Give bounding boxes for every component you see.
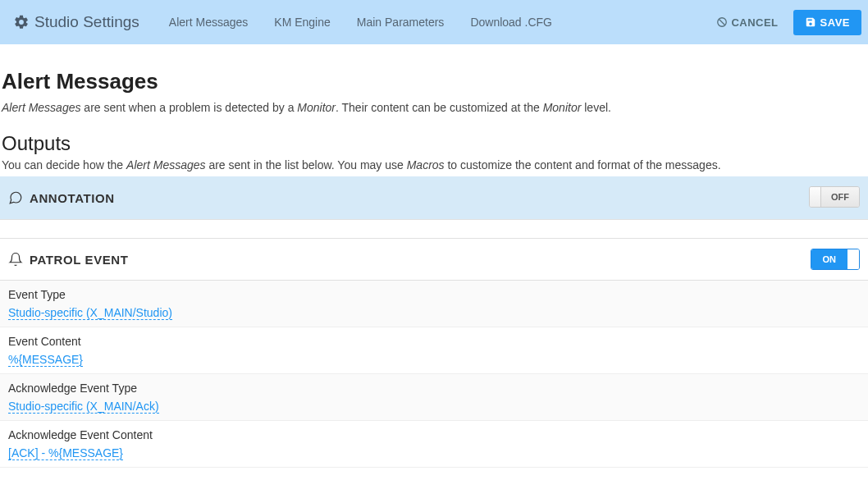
desc-em-1: Alert Messages: [2, 101, 80, 114]
toggle-label-on: ON: [811, 249, 848, 269]
section-patrol: PATROL EVENT ON: [0, 238, 868, 281]
gear-icon: [13, 14, 30, 30]
section-annotation: ANNOTATION OFF: [0, 176, 868, 220]
save-icon: [805, 16, 816, 28]
field-value-link[interactable]: %{MESSAGE}: [8, 353, 83, 367]
content-area: Alert Messages Alert Messages are sent w…: [0, 44, 868, 468]
nav-km-engine[interactable]: KM Engine: [261, 9, 343, 35]
field-label: Acknowledge Event Content: [8, 428, 860, 441]
bell-icon: [8, 252, 23, 267]
field-value-link[interactable]: [ACK] - %{MESSAGE}: [8, 446, 123, 460]
field-label: Event Type: [8, 288, 860, 301]
header-bar: Studio Settings Alert Messages KM Engine…: [0, 0, 868, 44]
cancel-icon: [716, 16, 728, 28]
field-label: Event Content: [8, 335, 860, 348]
page-header-title: Studio Settings: [13, 13, 139, 31]
outputs-desc-pre: You can decide how the: [2, 158, 126, 171]
save-label: SAVE: [820, 16, 850, 29]
toggle-handle: [847, 249, 859, 269]
field-value-link[interactable]: Studio-specific (X_MAIN/Ack): [8, 400, 159, 414]
outputs-desc-em2: Macros: [407, 158, 445, 171]
save-button[interactable]: SAVE: [793, 10, 861, 35]
toggle-label-off: OFF: [821, 187, 859, 207]
nav-download-cfg[interactable]: Download .CFG: [457, 9, 565, 35]
desc-text-3: level.: [581, 101, 611, 114]
header-actions: CANCEL SAVE: [710, 10, 861, 35]
field-label: Acknowledge Event Type: [8, 382, 860, 395]
section-annotation-title: ANNOTATION: [30, 191, 115, 205]
svg-line-1: [720, 20, 725, 25]
toggle-handle: [810, 187, 821, 207]
desc-text-1: are sent when a problem is detected by a: [80, 101, 297, 114]
outputs-desc-mid: are sent in the list below. You may use: [206, 158, 407, 171]
field-ack-event-type: Acknowledge Event Type Studio-specific (…: [0, 374, 868, 421]
header-title-text: Studio Settings: [34, 13, 139, 31]
field-event-type: Event Type Studio-specific (X_MAIN/Studi…: [0, 281, 868, 327]
cancel-label: CANCEL: [731, 16, 778, 29]
outputs-title: Outputs: [0, 132, 868, 155]
desc-em-2: Monitor: [297, 101, 336, 114]
outputs-desc-em1: Alert Messages: [126, 158, 205, 171]
field-event-content: Event Content %{MESSAGE}: [0, 327, 868, 374]
page-title: Alert Messages: [0, 69, 868, 94]
annotation-toggle[interactable]: OFF: [809, 186, 860, 209]
desc-text-2: . Their content can be customized at the: [336, 101, 543, 114]
patrol-toggle[interactable]: ON: [811, 249, 861, 270]
outputs-description: You can decide how the Alert Messages ar…: [0, 158, 868, 171]
header-nav: Alert Messages KM Engine Main Parameters…: [156, 9, 565, 35]
outputs-desc-tail: to customize the content and format of t…: [445, 158, 721, 171]
field-value-link[interactable]: Studio-specific (X_MAIN/Studio): [8, 306, 172, 320]
page-description: Alert Messages are sent when a problem i…: [0, 101, 868, 114]
nav-alert-messages[interactable]: Alert Messages: [156, 9, 261, 35]
desc-em-3: Monitor: [543, 101, 582, 114]
cancel-button[interactable]: CANCEL: [710, 11, 784, 34]
section-patrol-title: PATROL EVENT: [30, 253, 129, 267]
field-ack-event-content: Acknowledge Event Content [ACK] - %{MESS…: [0, 421, 868, 468]
nav-main-parameters[interactable]: Main Parameters: [344, 9, 458, 35]
comment-icon: [8, 190, 23, 205]
